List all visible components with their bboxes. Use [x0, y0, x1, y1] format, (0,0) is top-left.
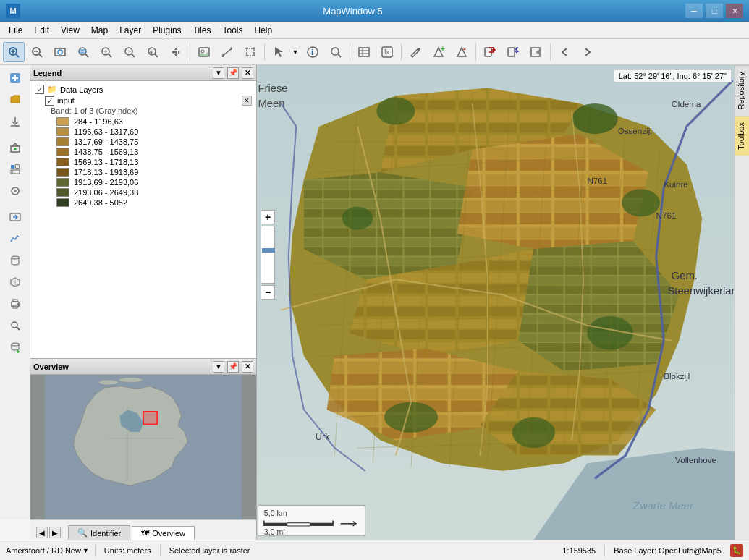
pan-button[interactable] — [165, 42, 187, 62]
left-print[interactable] — [5, 294, 25, 314]
menu-layer[interactable]: Layer — [114, 24, 147, 37]
svg-text:→: → — [127, 49, 132, 54]
menu-tiles[interactable]: Tiles — [187, 24, 217, 37]
menu-view[interactable]: View — [55, 24, 85, 37]
map-zoom-in-btn[interactable]: + — [261, 210, 275, 224]
settings-button[interactable] — [525, 42, 547, 62]
zoom-extent-button[interactable] — [49, 42, 71, 62]
data-layers-checkbox[interactable] — [35, 85, 44, 94]
back-nav-button[interactable] — [554, 42, 575, 62]
svg-point-63 — [12, 343, 19, 346]
svg-point-65 — [99, 380, 118, 385]
legend-item: 2193,06 - 2649,38 — [33, 187, 253, 198]
svg-text:Blokzijl: Blokzijl — [664, 371, 690, 381]
close-button[interactable]: ✕ — [726, 4, 743, 18]
toolbar-separator-4 — [401, 43, 402, 61]
overview-menu-button[interactable]: ▼ — [213, 361, 224, 373]
left-panel: Legend ▼ 📌 ✕ 📁 Data Layers — [0, 65, 257, 540]
zoom-fwd-button[interactable]: → — [119, 42, 140, 62]
left-add-layer[interactable] — [5, 137, 25, 158]
menu-help[interactable]: Help — [248, 24, 278, 37]
legend-menu-button[interactable]: ▼ — [213, 67, 224, 79]
left-zoom-in[interactable] — [5, 68, 25, 88]
identify-button[interactable]: i — [302, 42, 323, 62]
svg-point-54 — [14, 190, 17, 192]
zoom-in-button[interactable] — [3, 42, 25, 62]
draw-button[interactable] — [405, 42, 426, 62]
main-area: Legend ▼ 📌 ✕ 📁 Data Layers — [0, 65, 749, 540]
legend-close-button[interactable]: ✕ — [242, 67, 253, 79]
left-symbolize[interactable] — [5, 159, 25, 179]
svg-line-5 — [39, 54, 42, 57]
svg-text:Urk: Urk — [316, 432, 330, 442]
svg-text:Gem.: Gem. — [672, 270, 698, 281]
find-button[interactable] — [325, 42, 347, 62]
panel-nav-left[interactable]: ◀ — [36, 527, 48, 538]
svg-text:-: - — [463, 46, 466, 54]
projection-selector[interactable]: Amersfoort / RD New ▼ — [6, 546, 89, 555]
field-calc-button[interactable]: fx — [376, 42, 398, 62]
minimize-button[interactable]: ─ — [685, 4, 703, 18]
menu-file[interactable]: File — [3, 24, 28, 37]
zoom-region-button[interactable] — [72, 42, 94, 62]
map-zoom-out-btn[interactable]: − — [261, 285, 275, 300]
left-3d[interactable] — [5, 272, 25, 292]
map-area[interactable]: Zwarte Meer Friese Meen — [257, 65, 749, 540]
status-sep-2 — [160, 545, 161, 556]
measure-area-button[interactable] — [240, 42, 261, 62]
left-geoprocess[interactable] — [5, 207, 25, 227]
fwd-nav-button[interactable] — [577, 42, 598, 62]
overview-tab[interactable]: 🗺 Overview — [132, 526, 195, 540]
select-button[interactable] — [268, 42, 289, 62]
repository-tab[interactable]: Repository — [735, 65, 749, 116]
left-analysis[interactable] — [5, 229, 25, 249]
bug-icon[interactable]: 🐛 — [730, 544, 743, 557]
status-sep-1 — [95, 545, 96, 556]
del-shape-button[interactable]: - — [451, 42, 473, 62]
left-add-db[interactable] — [5, 337, 25, 357]
left-folder[interactable] — [5, 90, 25, 110]
left-toolbar — [0, 65, 30, 519]
overview-close-button[interactable]: ✕ — [242, 361, 253, 373]
legend-color-swatch — [56, 117, 69, 126]
input-layer-checkbox[interactable] — [45, 96, 54, 106]
legend-layer-close[interactable]: ✕ — [242, 96, 252, 106]
projection-dropdown-arrow[interactable]: ▼ — [82, 547, 89, 554]
overview-pin-button[interactable]: 📌 — [227, 361, 239, 373]
menu-map[interactable]: Map — [85, 24, 114, 37]
svg-rect-124 — [310, 523, 333, 526]
titlebar: M MapWindow 5 ─ □ ✕ — [0, 0, 749, 22]
menu-edit[interactable]: Edit — [28, 24, 55, 37]
maximize-button[interactable]: □ — [706, 4, 723, 18]
import-button[interactable] — [479, 42, 501, 62]
left-download[interactable] — [5, 111, 25, 132]
svg-rect-67 — [143, 412, 157, 425]
legend-item: 2649,38 - 5052 — [33, 198, 253, 208]
window-controls[interactable]: ─ □ ✕ — [685, 4, 743, 18]
select-dropdown-arrow[interactable]: ▼ — [290, 42, 300, 62]
zoom-track[interactable] — [261, 226, 275, 284]
zoom-slider[interactable] — [262, 248, 275, 253]
add-shape-button[interactable]: + — [428, 42, 449, 62]
zoom-back-button[interactable]: ← — [96, 42, 117, 62]
identifier-tab[interactable]: 🔍 Identifier — [68, 525, 130, 540]
zoom-out-button[interactable] — [26, 42, 48, 62]
menu-tools[interactable]: Tools — [216, 24, 248, 37]
svg-point-21 — [174, 51, 177, 54]
basemap-button[interactable] — [193, 42, 215, 62]
toolbox-tab[interactable]: Toolbox — [735, 116, 749, 156]
menu-plugins[interactable]: Plugins — [147, 24, 187, 37]
svg-line-33 — [338, 54, 341, 57]
export-button[interactable] — [502, 42, 524, 62]
svg-text:N761: N761 — [656, 211, 677, 220]
measure-dist-button[interactable] — [216, 42, 238, 62]
zoom-full-button[interactable]: ◉ — [142, 42, 164, 62]
status-right: 1:159535 Base Layer: OpenLufo@Map5 🐛 — [559, 544, 743, 557]
attr-table-button[interactable] — [353, 42, 375, 62]
legend-pin-button[interactable]: 📌 — [227, 67, 239, 79]
left-properties[interactable] — [5, 181, 25, 201]
left-database[interactable] — [5, 250, 25, 271]
panel-nav-right[interactable]: ▶ — [49, 527, 61, 538]
legend-item: 1196,63 - 1317,69 — [33, 127, 253, 137]
left-search[interactable] — [5, 315, 25, 336]
